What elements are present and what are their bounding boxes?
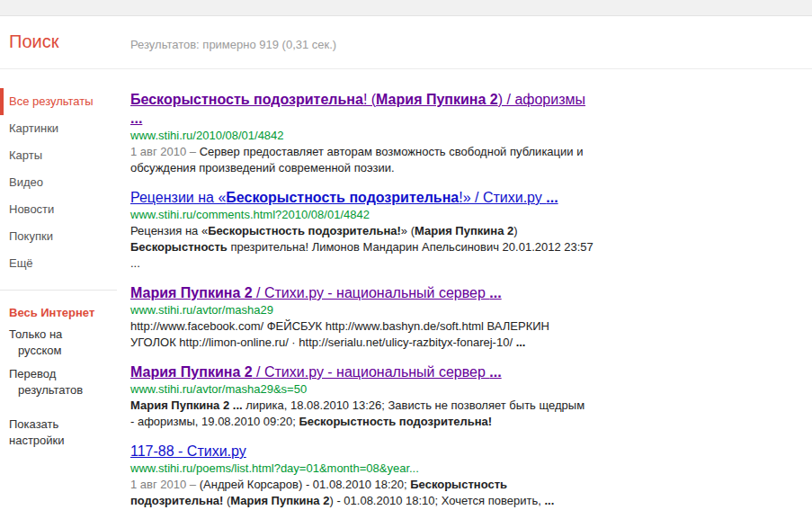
result-url: www.stihi.ru/2010/08/01/4842	[130, 128, 616, 144]
text-segment: 117-88 - Стихи.ру	[130, 443, 246, 459]
sidebar-item-maps[interactable]: Карты	[0, 142, 122, 169]
results-list: Бескорыстность подозрительна! (Мария Пуп…	[130, 90, 616, 519]
text-segment: (Андрей Корсаров) - 01.08.2010 18:20;	[200, 478, 411, 491]
sidebar-nav: Все результатыКартинкиКартыВидеоНовостиП…	[0, 88, 122, 277]
search-result: 117-88 - Стихи.руwww.stihi.ru/poems/list…	[130, 442, 616, 509]
search-results-page: Поиск Результатов: примерно 919 (0,31 се…	[0, 0, 812, 519]
text-segment: ! (	[363, 92, 376, 107]
text-segment: подозрительна!	[130, 494, 223, 507]
sidebar-divider	[0, 290, 117, 291]
sidebar-link-translated-results[interactable]: Перевод результатов	[0, 366, 90, 398]
search-result: Мария Пупкина 2 / Стихи.ру - национальны…	[130, 362, 616, 430]
sidebar-item-news[interactable]: Новости	[0, 196, 122, 223]
text-segment: Бескорыстность	[130, 240, 228, 254]
sidebar-item-shopping[interactable]: Покупки	[0, 223, 122, 250]
text-segment: Мария Пупкина 2	[230, 494, 329, 507]
text-segment: Мария Пупкина 2	[130, 364, 253, 380]
sidebar-section-links: Только на русскомПеревод результатов	[0, 327, 122, 398]
result-snippet: 1 авг 2010 – Сервер предоставляет автора…	[130, 144, 616, 176]
text-segment: Бескорыстность подозрительна!	[208, 224, 401, 237]
text-segment: Бескорыстность	[410, 478, 507, 491]
text-segment: Мария Пупкина 2	[130, 285, 253, 300]
text-segment: Бескорыстность подозрительна!	[299, 415, 492, 428]
sidebar-item-all-results[interactable]: Все результаты	[0, 88, 122, 115]
results-stats: Результатов: примерно 919 (0,31 сек.)	[130, 38, 336, 51]
text-segment: / Стихи.ру - национальный сервер	[253, 285, 490, 300]
text-segment: / Стихи.ру - национальный сервер	[253, 364, 490, 380]
result-url: www.stihi.ru/comments.html?2010/08/01/48…	[130, 207, 616, 223]
result-url: www.stihi.ru/poems/list.html?day=01&mont…	[130, 461, 616, 477]
sidebar-section-header: Весь Интернет	[0, 306, 122, 319]
sidebar-item-more[interactable]: Ещё	[0, 250, 122, 277]
result-snippet: http://www.facebook.com/ ФЕЙСБУК http://…	[130, 318, 616, 351]
text-segment: ...	[516, 336, 526, 349]
text-segment: Мария Пупкина 2 ...	[130, 398, 243, 412]
text-segment: - афоризмы, 19.08.2010 09:20;	[130, 415, 299, 428]
text-segment: ...	[130, 256, 140, 270]
text-segment: !» / Стихи.ру	[459, 190, 546, 205]
text-segment: ) - 01.08.2010 18:10; Хочется поверить,	[329, 494, 544, 507]
search-result: Бескорыстность подозрительна! (Мария Пуп…	[130, 90, 616, 176]
text-segment: ...	[130, 111, 142, 126]
sidebar-item-images[interactable]: Картинки	[0, 115, 122, 142]
text-segment: презрительна! Лимонов Мандарин Апельсино…	[228, 240, 593, 254]
text-segment: ...	[489, 285, 501, 300]
text-segment: ) / афоризмы	[498, 92, 585, 107]
sidebar-link-show-settings[interactable]: Показать настройки	[0, 416, 72, 449]
text-segment: Бескорыстность подозрительна	[226, 190, 459, 205]
header-divider	[0, 68, 812, 69]
result-url: www.stihi.ru/avtor/masha29&s=50	[130, 381, 616, 398]
text-segment: 1 авг 2010 –	[130, 478, 200, 491]
sidebar: Все результатыКартинкиКартыВидеоНовостиП…	[0, 88, 122, 449]
result-snippet: Мария Пупкина 2 ... лирика, 18.08.2010 1…	[130, 398, 616, 430]
text-segment: Рецензии на «	[130, 190, 226, 205]
search-result: Рецензии на «Бескорыстность подозрительн…	[130, 188, 616, 272]
result-snippet: 1 авг 2010 – (Андрей Корсаров) - 01.08.2…	[130, 477, 616, 509]
browser-top-bar	[0, 0, 812, 16]
result-snippet: Рецензия на «Бескорыстность подозрительн…	[130, 223, 616, 272]
text-segment: лирика, 18.08.2010 13:26; Зависть не поз…	[243, 398, 584, 412]
result-title-link[interactable]: Мария Пупкина 2 / Стихи.ру - национальны…	[130, 362, 616, 381]
search-result: Мария Пупкина 2 / Стихи.ру - национальны…	[130, 283, 616, 351]
text-segment: УГОЛОК http://limon-online.ru/ · http://…	[130, 336, 516, 349]
text-segment: Сервер предоставляет авторам возможность…	[200, 145, 584, 158]
result-title-link[interactable]: Рецензии на «Бескорыстность подозрительн…	[130, 188, 616, 207]
page-title: Поиск	[9, 31, 58, 52]
text-segment: ...	[546, 190, 558, 205]
text-segment: Мария Пупкина 2	[376, 92, 498, 107]
text-segment: ...	[544, 494, 554, 507]
sidebar-item-videos[interactable]: Видео	[0, 169, 122, 196]
result-title-link[interactable]: 117-88 - Стихи.ру	[130, 442, 616, 461]
result-url: www.stihi.ru/avtor/masha29	[130, 302, 616, 318]
text-segment: Бескорыстность подозрительна	[130, 92, 363, 107]
text-segment: » (	[401, 224, 415, 237]
sidebar-link-russian-only[interactable]: Только на русском	[0, 327, 90, 359]
result-title-link[interactable]: Бескорыстность подозрительна! (Мария Пуп…	[130, 90, 616, 128]
text-segment: Мария Пупкина 2	[415, 224, 513, 237]
text-segment: Рецензия на «	[130, 224, 208, 237]
result-title-link[interactable]: Мария Пупкина 2 / Стихи.ру - национальны…	[130, 283, 616, 302]
text-segment: http://www.facebook.com/ ФЕЙСБУК http://…	[130, 319, 549, 333]
text-segment: 1 авг 2010 –	[130, 145, 200, 158]
text-segment: )	[513, 224, 517, 237]
text-segment: ...	[489, 364, 501, 380]
text-segment: обсуждения произведений современной поэз…	[130, 161, 395, 174]
